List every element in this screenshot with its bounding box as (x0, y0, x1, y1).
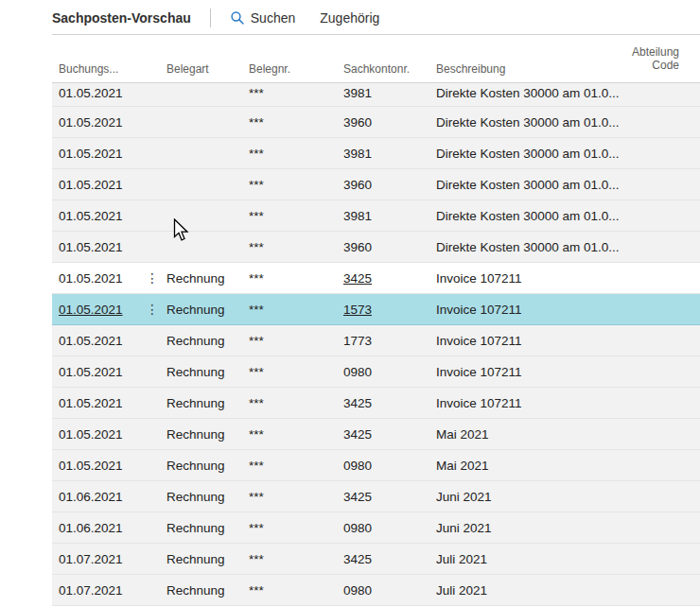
cell-posting-date[interactable]: 01.05.2021 (52, 147, 142, 161)
page-title: Sachposten-Vorschau (52, 10, 191, 26)
cell-posting-date[interactable]: 01.05.2021 (52, 334, 142, 348)
cell-document-type: Rechnung (163, 427, 244, 442)
cell-account-no[interactable]: 3960 (339, 115, 431, 130)
related-menu-button[interactable]: Zugehörig (320, 10, 379, 26)
search-button-label: Suchen (251, 10, 295, 26)
page-toolbar: Sachposten-Vorschau Suchen Zugehörig (0, 0, 700, 35)
cell-description: Direkte Kosten 30000 am 01.0... (431, 115, 624, 130)
column-header-description[interactable]: Beschreibung (431, 62, 624, 82)
cell-account-no[interactable]: 1573 (339, 303, 431, 317)
cell-description: Direkte Kosten 30000 am 01.0... (431, 240, 624, 254)
cell-document-no: *** (244, 209, 339, 223)
cell-posting-date[interactable]: 01.05.2021 (52, 209, 142, 223)
cell-description: Juni 2021 (431, 521, 624, 535)
table-row[interactable]: 01.05.2021 *** 3960 Direkte Kosten 30000… (52, 169, 700, 200)
search-button[interactable]: Suchen (230, 10, 295, 26)
cell-posting-date[interactable]: 01.05.2021 (52, 115, 142, 130)
cell-posting-date[interactable]: 01.05.2021 (52, 86, 142, 100)
table-row[interactable]: 01.05.2021 Rechnung *** 1773 Invoice 107… (52, 325, 700, 356)
table-row[interactable]: 01.05.2021 *** 3960 Direkte Kosten 30000… (52, 232, 700, 263)
table-header: Buchungs... Belegart Belegnr. Sachkonton… (52, 35, 700, 83)
cell-posting-date[interactable]: 01.06.2021 (52, 490, 142, 504)
cell-description: Direkte Kosten 30000 am 01.0... (431, 147, 624, 161)
table-row[interactable]: 01.05.2021 Rechnung *** 3425 Invoice 107… (52, 388, 700, 419)
table-row[interactable]: 01.05.2021 Rechnung *** 0980 Mai 2021 (52, 450, 700, 481)
cell-account-no[interactable]: 3425 (339, 490, 431, 504)
table-row[interactable]: 01.07.2021 Rechnung *** 3425 Juli 2021 (52, 544, 700, 575)
table-row[interactable]: 01.05.2021 ⋮ Rechnung *** 1573 Invoice 1… (52, 294, 700, 325)
cell-document-type: Rechnung (163, 303, 244, 317)
cell-account-no[interactable]: 3425 (339, 427, 431, 442)
cell-document-no: *** (244, 178, 339, 192)
table-body: 01.05.2021 *** 3981 Direkte Kosten 30000… (0, 83, 700, 607)
cell-account-no[interactable]: 0980 (339, 583, 431, 598)
cell-description: Direkte Kosten 30000 am 01.0... (431, 86, 624, 100)
table-row[interactable]: 01.05.2021 Rechnung *** 0980 Invoice 107… (52, 356, 700, 388)
cell-document-no: *** (244, 490, 339, 504)
related-menu-label: Zugehörig (320, 10, 379, 26)
table-row[interactable]: 01.05.2021 *** 3981 Direkte Kosten 30000… (52, 200, 700, 232)
row-menu-icon[interactable]: ⋮ (142, 302, 163, 317)
cell-posting-date[interactable]: 01.05.2021 (52, 271, 142, 286)
cell-document-type: Rechnung (163, 583, 244, 598)
cell-account-no[interactable]: 3960 (339, 178, 431, 192)
cell-document-type: Rechnung (163, 396, 244, 410)
cell-account-no[interactable]: 0980 (339, 459, 431, 473)
cell-account-no[interactable]: 3425 (339, 271, 431, 286)
cell-account-no[interactable]: 3981 (339, 147, 431, 161)
cell-account-no[interactable]: 0980 (339, 365, 431, 379)
cell-document-no: *** (244, 240, 339, 254)
cell-document-type: Rechnung (163, 271, 244, 286)
table-row[interactable]: 01.05.2021 *** 3981 Direkte Kosten 30000… (52, 83, 700, 107)
row-menu-icon[interactable]: ⋮ (142, 270, 163, 286)
cell-document-no: *** (244, 521, 339, 535)
cell-description: Invoice 107211 (431, 271, 624, 286)
cell-document-no: *** (244, 396, 339, 410)
cell-description: Juli 2021 (431, 552, 624, 566)
column-header-account-no[interactable]: Sachkontonr. (339, 62, 431, 82)
cell-document-type: Rechnung (163, 365, 244, 379)
cell-account-no[interactable]: 3981 (339, 86, 431, 100)
cell-posting-date[interactable]: 01.07.2021 (52, 552, 142, 566)
cell-account-no[interactable]: 3425 (339, 396, 431, 410)
table-row[interactable]: 01.07.2021 Rechnung *** 0980 Juli 2021 (52, 575, 700, 606)
table-row[interactable]: 01.05.2021 ⋮ Rechnung *** 3425 Invoice 1… (52, 263, 700, 294)
cell-posting-date[interactable]: 01.07.2021 (52, 583, 142, 598)
column-header-document-no[interactable]: Belegnr. (244, 62, 339, 82)
cell-posting-date[interactable]: 01.05.2021 (52, 178, 142, 192)
cell-posting-date[interactable]: 01.05.2021 (52, 396, 142, 410)
cell-account-no[interactable]: 3960 (339, 240, 431, 254)
cell-description: Direkte Kosten 30000 am 01.0... (431, 209, 624, 223)
cell-posting-date[interactable]: 01.05.2021 (52, 240, 142, 254)
cell-account-no[interactable]: 1773 (339, 334, 431, 348)
column-header-department-code[interactable]: Abteilung Code (624, 45, 700, 82)
cell-document-no: *** (244, 365, 339, 379)
cell-posting-date[interactable]: 01.05.2021 (52, 427, 142, 442)
search-icon (230, 10, 245, 26)
cell-description: Juli 2021 (431, 583, 624, 598)
table-row[interactable]: 01.05.2021 Rechnung *** 3425 Mai 2021 (52, 419, 700, 450)
cell-document-no: *** (244, 303, 339, 317)
cell-document-no: *** (244, 271, 339, 286)
cell-document-no: *** (244, 334, 339, 348)
table-row[interactable]: 01.05.2021 *** 3981 Direkte Kosten 30000… (52, 138, 700, 169)
cell-posting-date[interactable]: 01.05.2021 (52, 303, 142, 317)
cell-account-no[interactable]: 3425 (339, 552, 431, 566)
cell-posting-date[interactable]: 01.05.2021 (52, 459, 142, 473)
column-header-posting-date[interactable]: Buchungs... (52, 62, 142, 82)
table-row[interactable]: 01.05.2021 *** 3960 Direkte Kosten 30000… (52, 107, 700, 138)
cell-account-no[interactable]: 3981 (339, 209, 431, 223)
cell-description: Invoice 107211 (431, 334, 624, 348)
cell-description: Invoice 107211 (431, 303, 624, 317)
table-row[interactable]: 01.06.2021 Rechnung *** 0980 Juni 2021 (52, 512, 700, 544)
column-header-document-type[interactable]: Belegart (163, 62, 244, 82)
cell-posting-date[interactable]: 01.05.2021 (52, 365, 142, 379)
cell-description: Mai 2021 (431, 459, 624, 473)
cell-posting-date[interactable]: 01.06.2021 (52, 521, 142, 535)
column-header-department-code-label: Abteilung Code (624, 45, 679, 72)
cell-document-no: *** (244, 115, 339, 130)
cell-account-no[interactable]: 0980 (339, 521, 431, 535)
cell-document-no: *** (244, 459, 339, 473)
table-row[interactable]: 01.06.2021 Rechnung *** 3425 Juni 2021 (52, 481, 700, 512)
cell-description: Invoice 107211 (431, 396, 624, 410)
